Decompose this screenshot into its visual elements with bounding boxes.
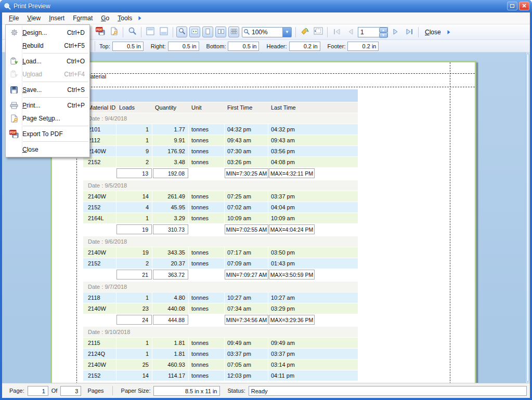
- first-time-cell: 07:25 am: [225, 191, 268, 202]
- gear-icon: [6, 29, 22, 36]
- page-setup-button[interactable]: [108, 26, 120, 38]
- material-id-cell: 2140W: [83, 247, 116, 258]
- toolbar-overflow-chevron-icon[interactable]: [447, 30, 451, 35]
- header-button[interactable]: [144, 26, 157, 38]
- top-margin-guide: [52, 87, 475, 87]
- page-number-spinner[interactable]: 1 ▲ ▼: [358, 27, 388, 37]
- zoom-button[interactable]: [176, 26, 187, 37]
- bottom-margin-field[interactable]: 0.5 in: [228, 42, 259, 51]
- table-row: 2124Q11.81tonnes03:37 pm03:37 pm: [83, 349, 358, 359]
- menubar-item-view[interactable]: View: [23, 13, 45, 23]
- page-width-button[interactable]: [189, 26, 200, 37]
- quantity-cell: 45.95: [152, 202, 189, 212]
- zoom-combo-magnifier-icon: [242, 29, 250, 35]
- first-time-cell: 07:34 am: [225, 303, 268, 314]
- menu-item-load[interactable]: Load...Ctrl+O: [6, 55, 89, 68]
- menubar-overflow-chevron-icon[interactable]: [138, 16, 142, 21]
- header-icon: [146, 27, 154, 37]
- first-time-cell: 04:32 pm: [225, 124, 268, 135]
- menu-item-unload[interactable]: UnloadCtrl+F4: [6, 68, 89, 81]
- menu-item-export-to-pdf[interactable]: PDFExport To PDF: [6, 127, 89, 140]
- menu-item-page-setup[interactable]: Page Setup...: [6, 112, 89, 125]
- table-row: 215214114.17tonnes12:03 pm04:11 pm: [83, 370, 358, 381]
- page-label: Page:: [9, 388, 24, 394]
- maximize-button[interactable]: [507, 2, 517, 10]
- top-margin-field[interactable]: 0.5 in: [112, 42, 144, 51]
- unit-cell: tonnes: [189, 124, 225, 135]
- menu-separator: [23, 97, 88, 98]
- summary-quantity-total: 310.73: [153, 224, 188, 234]
- file-menu: Design...Ctrl+DRebuildCtrl+F5Load...Ctrl…: [5, 24, 90, 157]
- multiple-pages-button[interactable]: [228, 26, 239, 37]
- previous-page-button[interactable]: [344, 26, 356, 38]
- summary-quantity-total: 444.88: [153, 315, 188, 325]
- first-time-cell: 12:03 pm: [225, 370, 268, 381]
- unit-cell: tonnes: [189, 303, 225, 314]
- last-page-button[interactable]: [403, 26, 416, 38]
- menubar-item-go[interactable]: Go: [97, 13, 113, 23]
- scrollbar-thumb[interactable]: [526, 54, 529, 382]
- next-page-button[interactable]: [390, 26, 402, 38]
- first-page-button[interactable]: [330, 26, 343, 38]
- paper-size-value: 8.5 in x 11 in: [153, 386, 220, 396]
- zoom-magnifier-icon: [178, 28, 186, 37]
- material-id-cell: 2152: [83, 258, 116, 269]
- next-page-icon: [393, 28, 399, 37]
- menu-item-label: Page Setup...: [22, 115, 85, 122]
- menubar-item-format[interactable]: Format: [69, 13, 97, 23]
- spinner-down-icon[interactable]: ▼: [379, 33, 387, 38]
- loads-cell: 14: [116, 370, 152, 381]
- first-time-cell: 03:26 pm: [225, 157, 268, 167]
- loads-cell: 2: [116, 258, 152, 269]
- menu-item-shortcut: Ctrl+F5: [64, 42, 89, 49]
- material-id-cell: 2124Q: [83, 349, 116, 359]
- two-pages-button[interactable]: [215, 26, 226, 37]
- summary-max-time: MAX=3:29:36 PM: [269, 315, 315, 325]
- zoom-dropdown-arrow-icon[interactable]: ▼: [282, 28, 291, 37]
- loads-cell: 14: [116, 191, 152, 202]
- first-time-cell: 07:02 am: [225, 202, 268, 212]
- print-preview-button[interactable]: [126, 26, 138, 38]
- menubar-item-insert[interactable]: Insert: [45, 13, 69, 23]
- summary-min-time: MIN=7:02:55 AM: [225, 224, 268, 234]
- page-width-icon: [191, 28, 198, 37]
- header-margin-field[interactable]: 0.2 in: [289, 42, 320, 51]
- margins-button[interactable]: [312, 26, 325, 38]
- page-setup-icon: [110, 27, 118, 37]
- right-margin-field[interactable]: 0.5 in: [168, 42, 199, 51]
- unit-cell: tonnes: [189, 202, 225, 212]
- toolbar-separator: [141, 27, 141, 37]
- menu-item-design[interactable]: Design...Ctrl+D: [6, 26, 89, 39]
- footer-button[interactable]: [158, 26, 170, 38]
- menubar-item-file[interactable]: File: [5, 13, 23, 23]
- loads-cell: 23: [116, 303, 152, 314]
- menubar-item-tools[interactable]: Tools: [113, 13, 136, 23]
- table-body: Date : 9/4/2018210111.77tonnes04:32 pm04…: [83, 113, 358, 381]
- group-date-header: Date : 9/5/2018: [83, 180, 358, 191]
- zoom-select[interactable]: 100% ▼: [242, 27, 292, 37]
- table-column-headers: Material IDLoadsQuantityUnitFirst TimeLa…: [83, 102, 358, 113]
- spinner-up-icon[interactable]: ▲: [379, 28, 387, 33]
- column-header-quantity: Quantity: [152, 102, 189, 113]
- vertical-scrollbar[interactable]: [525, 52, 530, 383]
- close-window-button[interactable]: ✕: [519, 2, 529, 10]
- group-date-header: Date : 9/10/2018: [83, 327, 358, 337]
- multiple-pages-icon: [230, 28, 238, 37]
- menu-item-save[interactable]: Save...Ctrl+S: [6, 83, 89, 96]
- export-pdf-button[interactable]: PDF: [94, 26, 107, 38]
- summary-loads-total: 19: [116, 224, 152, 234]
- footer-margin-field[interactable]: 0.2 in: [347, 42, 379, 51]
- whole-page-button[interactable]: [202, 26, 213, 37]
- material-id-cell: 2152: [83, 370, 116, 381]
- menu-item-print[interactable]: Print...Ctrl+P: [6, 99, 89, 112]
- loads-cell: 9: [116, 146, 152, 156]
- menu-item-label: Design...: [22, 29, 67, 36]
- table-row: 2140W9176.92tonnes07:30 am03:56 pm: [83, 146, 358, 156]
- close-preview-button[interactable]: Close: [421, 27, 445, 37]
- watermark-button[interactable]: [299, 26, 311, 38]
- group-summary-row: 21363.72MIN=7:09:27 AMMAX=3:50:59 PM: [83, 269, 358, 281]
- menu-item-rebuild[interactable]: RebuildCtrl+F5: [6, 39, 89, 52]
- menu-item-close[interactable]: Close: [6, 143, 89, 156]
- material-id-cell: 2152: [83, 157, 116, 167]
- header-margin-label: Header:: [266, 43, 287, 49]
